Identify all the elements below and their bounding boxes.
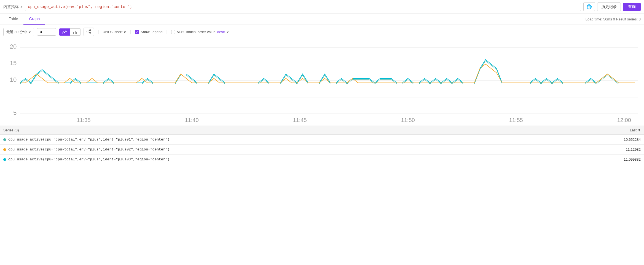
tab-graph[interactable]: Graph [23, 14, 45, 25]
legend-table: Series (3) Last ⇕ cpu_usage_active{cpu="… [0, 126, 644, 164]
chart-svg: 20 15 10 5 11:35 11:40 11:45 11:50 11:55… [3, 42, 641, 125]
legend-series-2: cpu_usage_active{cpu="cpu-total",env="pl… [3, 147, 170, 152]
query-input[interactable] [25, 3, 581, 11]
svg-line-6 [88, 30, 89, 31]
series2-line [20, 64, 635, 83]
breadcrumb: 内置指标 > [3, 4, 23, 9]
series2-dot [3, 148, 6, 151]
offset-input[interactable] [37, 28, 56, 36]
svg-text:11:35: 11:35 [77, 117, 90, 123]
multi-tooltip-control: Multi Tooltip, order value desc ∨ [171, 30, 229, 34]
tab-table[interactable]: Table [3, 14, 23, 25]
bar-chart-button[interactable] [70, 28, 81, 36]
series1-dot [3, 138, 6, 141]
series3-label: cpu_usage_active{cpu="cpu-total",env="pl… [8, 157, 170, 161]
order-chevron-icon: ∨ [226, 30, 229, 34]
time-range-dropdown[interactable]: 最近 30 分钟 ∨ [3, 28, 34, 36]
sort-label: Last [630, 128, 637, 132]
show-legend-control[interactable]: ✓ Show Legend [135, 30, 163, 34]
multi-tooltip-label: Multi Tooltip, order value [177, 30, 216, 34]
tabs: Table Graph [3, 14, 45, 25]
series3-value: 11.099882 [624, 157, 641, 161]
chart-type-group [59, 28, 81, 36]
sort-icon: ⇕ [638, 128, 641, 132]
svg-point-4 [90, 32, 91, 33]
time-range-label: 最近 30 分钟 [6, 30, 27, 35]
show-legend-checkbox[interactable]: ✓ [135, 30, 139, 34]
legend-sort-button[interactable]: Last ⇕ [630, 128, 641, 132]
legend-row: cpu_usage_active{cpu="cpu-total",env="pl… [0, 145, 644, 155]
svg-text:11:45: 11:45 [293, 117, 307, 123]
svg-text:10: 10 [10, 76, 17, 83]
query-button[interactable]: 查询 [623, 3, 641, 11]
chevron-down-icon: ∨ [28, 30, 31, 34]
tabs-bar: Table Graph Load time: 50ms 0 Result ser… [0, 14, 644, 25]
legend-series-count: Series (3) [3, 128, 19, 132]
svg-line-7 [88, 32, 89, 33]
chart-container: 20 15 10 5 11:35 11:40 11:45 11:50 11:55… [0, 39, 644, 126]
globe-button[interactable]: 🌐 [583, 2, 595, 11]
sep1: | [98, 30, 99, 34]
svg-text:11:50: 11:50 [401, 117, 415, 123]
svg-point-3 [90, 30, 91, 31]
svg-text:20: 20 [10, 43, 17, 50]
unit-control[interactable]: Unit SI short ∨ [103, 30, 126, 34]
series1-label: cpu_usage_active{cpu="cpu-total",env="pl… [8, 137, 170, 142]
svg-text:5: 5 [13, 109, 17, 116]
legend-series-3: cpu_usage_active{cpu="cpu-total",env="pl… [3, 157, 170, 161]
order-value-dropdown[interactable]: desc [217, 30, 225, 34]
series1-value: 10.652284 [624, 137, 641, 142]
svg-rect-1 [75, 31, 76, 34]
share-button[interactable] [84, 28, 94, 36]
legend-row: cpu_usage_active{cpu="cpu-total",env="pl… [0, 155, 644, 164]
breadcrumb-text: 内置指标 [3, 4, 19, 9]
line-chart-button[interactable] [59, 28, 70, 36]
svg-rect-2 [76, 32, 77, 34]
unit-value: SI short [110, 30, 122, 34]
history-button[interactable]: 历史记录 [597, 2, 621, 11]
sep3: | [166, 30, 167, 34]
svg-text:15: 15 [10, 60, 17, 67]
unit-label: Unit [103, 30, 109, 34]
series2-label: cpu_usage_active{cpu="cpu-total",env="pl… [8, 147, 170, 152]
legend-series-1: cpu_usage_active{cpu="cpu-total",env="pl… [3, 137, 170, 142]
multi-tooltip-checkbox[interactable] [171, 30, 175, 34]
svg-rect-0 [73, 32, 74, 34]
series2-value: 11.12982 [626, 147, 641, 152]
series3-dot [3, 158, 6, 161]
unit-chevron-icon: ∨ [124, 30, 126, 34]
svg-point-5 [87, 31, 88, 32]
toolbar: 最近 30 分钟 ∨ | Unit SI short ∨ [0, 25, 644, 39]
sep2: | [130, 30, 131, 34]
top-bar: 内置指标 > 🌐 历史记录 查询 [0, 0, 644, 14]
svg-text:11:40: 11:40 [185, 117, 198, 123]
svg-text:11:55: 11:55 [509, 117, 523, 123]
breadcrumb-chevron: > [20, 5, 23, 9]
svg-text:12:00: 12:00 [617, 117, 631, 123]
legend-header: Series (3) Last ⇕ [0, 126, 644, 135]
show-legend-label: Show Legend [141, 30, 163, 34]
tab-info: Load time: 50ms 0 Result series: 3 [586, 17, 641, 21]
legend-row: cpu_usage_active{cpu="cpu-total",env="pl… [0, 135, 644, 145]
